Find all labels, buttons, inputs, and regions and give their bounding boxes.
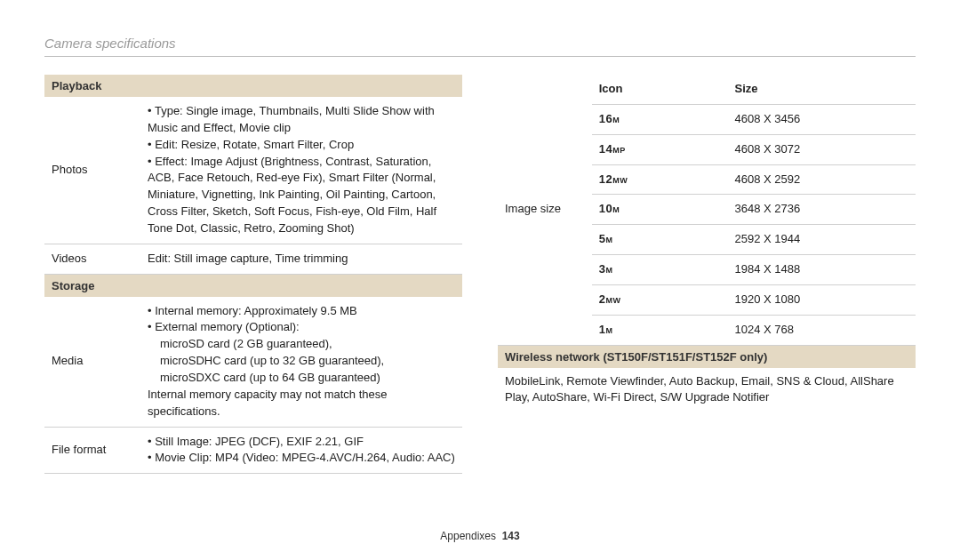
page-title: Camera specifications	[44, 36, 916, 51]
storage-header: Storage	[44, 275, 462, 297]
playback-table: Photos Type: Single image, Thumbnails, M…	[44, 97, 462, 275]
size-icon: 1M	[592, 315, 728, 345]
imagesize-table: Image size Icon Size 16M 4608 X 3456 14M…	[498, 75, 916, 346]
size-value: 4608 X 3072	[728, 134, 916, 164]
content-columns: Playback Photos Type: Single image, Thum…	[44, 75, 916, 474]
footer-section: Appendixes	[440, 530, 496, 542]
left-column: Playback Photos Type: Single image, Thum…	[44, 75, 462, 474]
storage-table: Media Internal memory: Approximately 9.5…	[44, 297, 462, 475]
wireless-header: Wireless network (ST150F/ST151F/ST152F o…	[498, 346, 916, 368]
size-value: 4608 X 2592	[728, 164, 916, 195]
table-row: Photos Type: Single image, Thumbnails, M…	[44, 97, 462, 244]
photos-label: Photos	[44, 97, 140, 244]
playback-header: Playback	[44, 75, 462, 97]
footer-page-number: 143	[502, 530, 520, 542]
videos-label: Videos	[44, 244, 140, 274]
size-value: 1984 X 1488	[728, 255, 916, 285]
fileformat-value: Still Image: JPEG (DCF), EXIF 2.21, GIF …	[140, 427, 462, 474]
videos-value: Edit: Still image capture, Time trimming	[140, 244, 462, 274]
media-note: Internal memory capacity may not match t…	[148, 387, 455, 420]
fileformat-label: File format	[44, 427, 140, 474]
title-rule	[44, 56, 916, 57]
fileformat-still: Still Image: JPEG (DCF), EXIF 2.21, GIF	[148, 434, 455, 451]
header-size: Size	[728, 75, 916, 104]
photos-edit: Edit: Resize, Rotate, Smart Filter, Crop	[148, 137, 455, 154]
size-icon: 12MW	[592, 164, 728, 195]
fileformat-movie: Movie Clip: MP4 (Video: MPEG-4.AVC/H.264…	[148, 450, 455, 467]
size-value: 1920 X 1080	[728, 284, 916, 315]
size-icon: 5M	[592, 225, 728, 255]
size-icon: 10M	[592, 195, 728, 225]
size-value: 1024 X 768	[728, 315, 916, 345]
size-value: 3648 X 2736	[728, 195, 916, 225]
size-value: 2592 X 1944	[728, 225, 916, 255]
table-header-row: Image size Icon Size	[498, 75, 916, 104]
photos-value: Type: Single image, Thumbnails, Multi Sl…	[140, 97, 462, 244]
media-value: Internal memory: Approximately 9.5 MB Ex…	[140, 297, 462, 427]
photos-effect: Effect: Image Adjust (Brightness, Contra…	[148, 154, 455, 237]
table-row: Videos Edit: Still image capture, Time t…	[44, 244, 462, 274]
header-icon: Icon	[592, 75, 728, 104]
table-row: File format Still Image: JPEG (DCF), EXI…	[44, 427, 462, 474]
wireless-body: MobileLink, Remote Viewfinder, Auto Back…	[498, 368, 916, 412]
media-external: External memory (Optional): microSD card…	[148, 319, 455, 386]
imagesize-label: Image size	[498, 75, 592, 345]
photos-type: Type: Single image, Thumbnails, Multi Sl…	[148, 103, 455, 137]
size-icon: 16M	[592, 104, 728, 134]
table-row: Media Internal memory: Approximately 9.5…	[44, 297, 462, 427]
media-internal: Internal memory: Approximately 9.5 MB	[148, 303, 455, 320]
size-icon: 14MP	[592, 134, 728, 164]
right-column: Image size Icon Size 16M 4608 X 3456 14M…	[498, 75, 916, 474]
page-footer: Appendixes 143	[0, 530, 960, 542]
size-value: 4608 X 3456	[728, 104, 916, 134]
size-icon: 2MW	[592, 284, 728, 315]
media-label: Media	[44, 297, 140, 427]
size-icon: 3M	[592, 255, 728, 285]
